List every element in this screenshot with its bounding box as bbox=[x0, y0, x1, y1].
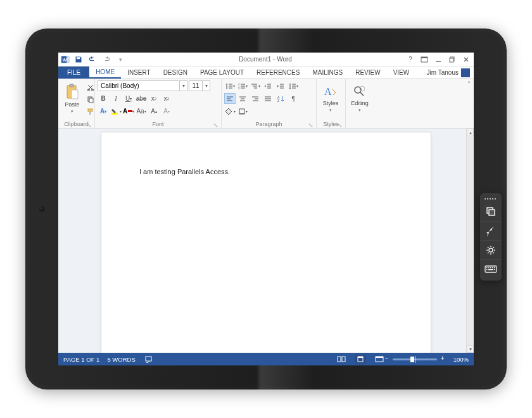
tab-view[interactable]: VIEW bbox=[387, 66, 416, 79]
settings-button[interactable] bbox=[480, 240, 502, 259]
font-size-combo[interactable]: ▾ bbox=[189, 80, 210, 91]
shading-button[interactable]: ▾ bbox=[224, 106, 236, 117]
help-button[interactable]: ? bbox=[405, 55, 415, 64]
highlight-button[interactable]: ▾ bbox=[110, 106, 122, 117]
superscript-button[interactable]: x2 bbox=[161, 93, 172, 104]
bold-button[interactable]: B bbox=[98, 93, 109, 104]
keyboard-button[interactable] bbox=[480, 259, 502, 278]
subscript-button[interactable]: x2 bbox=[148, 93, 160, 104]
chevron-down-icon[interactable]: ▾ bbox=[179, 81, 187, 91]
increase-indent-button[interactable] bbox=[275, 80, 286, 91]
svg-rect-7 bbox=[450, 58, 453, 62]
collapse-ribbon-icon[interactable]: ˄ bbox=[464, 79, 474, 128]
svg-rect-34 bbox=[267, 84, 271, 84]
svg-rect-76 bbox=[490, 267, 491, 269]
numbering-button[interactable]: 123▾ bbox=[237, 80, 248, 91]
styles-launcher-icon[interactable]: ⤡ bbox=[338, 122, 343, 127]
zoom-level[interactable]: 100% bbox=[453, 356, 469, 363]
svg-rect-30 bbox=[241, 87, 245, 88]
vertical-scrollbar[interactable]: ▴ ▾ bbox=[466, 129, 474, 353]
group-clipboard: Paste ▾ Clipboard⤡ bbox=[58, 79, 95, 128]
app-switcher-button[interactable] bbox=[480, 202, 502, 221]
print-layout-button[interactable] bbox=[355, 355, 366, 364]
align-left-button[interactable] bbox=[224, 93, 236, 104]
justify-button[interactable] bbox=[262, 93, 274, 104]
paste-button[interactable]: Paste ▾ bbox=[61, 80, 84, 117]
tab-insert[interactable]: INSERT bbox=[121, 66, 157, 79]
clipboard-launcher-icon[interactable]: ⤡ bbox=[87, 122, 92, 127]
scroll-down-icon[interactable]: ▾ bbox=[467, 345, 474, 353]
change-case-button[interactable]: Aa▾ bbox=[136, 106, 147, 117]
multilevel-list-button[interactable]: ▾ bbox=[250, 80, 261, 91]
svg-rect-42 bbox=[292, 87, 296, 88]
svg-rect-57 bbox=[239, 109, 244, 114]
tab-home[interactable]: HOME bbox=[89, 66, 121, 79]
bullets-button[interactable]: ▾ bbox=[224, 80, 236, 91]
paragraph-launcher-icon[interactable]: ⤡ bbox=[308, 122, 314, 127]
italic-button[interactable]: I bbox=[110, 93, 122, 104]
chevron-down-icon[interactable]: ▾ bbox=[202, 81, 210, 91]
show-marks-button[interactable]: ¶ bbox=[288, 93, 299, 104]
tab-review[interactable]: REVIEW bbox=[349, 66, 386, 79]
svg-rect-43 bbox=[227, 96, 233, 97]
svg-rect-2 bbox=[67, 56, 70, 62]
sort-button[interactable]: AZ bbox=[275, 93, 286, 104]
svg-rect-16 bbox=[89, 111, 91, 115]
tab-file[interactable]: FILE bbox=[58, 66, 89, 79]
strikethrough-button[interactable]: abe bbox=[136, 93, 147, 104]
parallels-toolbar[interactable] bbox=[480, 193, 502, 281]
web-layout-button[interactable] bbox=[374, 355, 385, 364]
svg-point-23 bbox=[226, 87, 227, 89]
underline-button[interactable]: U ▾ bbox=[123, 93, 134, 104]
minimize-button[interactable] bbox=[433, 55, 443, 64]
tab-design[interactable]: DESIGN bbox=[157, 66, 194, 79]
undo-button[interactable] bbox=[87, 54, 98, 65]
font-launcher-icon[interactable]: ⤡ bbox=[213, 122, 218, 127]
tab-references[interactable]: REFERENCES bbox=[250, 66, 306, 79]
status-words[interactable]: 5 WORDS bbox=[107, 356, 135, 363]
status-page[interactable]: PAGE 1 OF 1 bbox=[63, 356, 99, 363]
styles-button[interactable]: A Styles ▾ bbox=[319, 80, 342, 117]
decrease-indent-button[interactable] bbox=[262, 80, 274, 91]
font-name-combo[interactable]: ▾ bbox=[98, 80, 187, 91]
tab-page-layout[interactable]: PAGE LAYOUT bbox=[194, 66, 250, 79]
read-mode-button[interactable] bbox=[336, 355, 347, 364]
svg-rect-36 bbox=[267, 87, 271, 88]
close-button[interactable] bbox=[461, 55, 471, 64]
svg-text:W: W bbox=[63, 57, 67, 61]
shrink-font-button[interactable]: A▾ bbox=[161, 106, 172, 117]
svg-rect-50 bbox=[255, 98, 258, 99]
qat-customize-icon[interactable]: ▾ bbox=[115, 54, 125, 65]
svg-rect-51 bbox=[253, 100, 258, 101]
tab-mailings[interactable]: MAILINGS bbox=[306, 66, 349, 79]
ribbon-display-options-button[interactable] bbox=[419, 55, 429, 64]
font-size-input[interactable] bbox=[189, 81, 202, 91]
svg-rect-79 bbox=[486, 269, 488, 270]
document-text[interactable]: I am testing Parallels Access. bbox=[139, 168, 393, 175]
save-button[interactable] bbox=[73, 54, 84, 65]
window-title: Document1 - Word bbox=[125, 56, 405, 63]
text-effects-button[interactable]: A▾ bbox=[98, 106, 109, 117]
redo-button[interactable] bbox=[101, 54, 111, 65]
zoom-in-icon[interactable]: + bbox=[441, 355, 445, 362]
scroll-up-icon[interactable]: ▴ bbox=[467, 129, 474, 136]
svg-rect-58 bbox=[239, 113, 244, 114]
font-name-input[interactable] bbox=[98, 81, 179, 91]
group-font-label: Font bbox=[152, 121, 163, 127]
borders-button[interactable]: ▾ bbox=[237, 106, 248, 117]
svg-rect-9 bbox=[70, 84, 73, 87]
line-spacing-button[interactable]: ▾ bbox=[288, 80, 299, 91]
align-right-button[interactable] bbox=[250, 93, 261, 104]
zoom-slider[interactable]: − + bbox=[393, 358, 437, 360]
launcher-button[interactable] bbox=[480, 221, 502, 240]
document-page[interactable]: I am testing Parallels Access. bbox=[101, 132, 431, 353]
grow-font-button[interactable]: A▴ bbox=[148, 106, 160, 117]
editing-button[interactable]: Editing ▾ bbox=[348, 80, 371, 117]
align-center-button[interactable] bbox=[237, 93, 248, 104]
spellcheck-icon[interactable] bbox=[143, 355, 155, 364]
account-user[interactable]: Jim Tanous bbox=[423, 66, 474, 79]
drag-handle-icon[interactable] bbox=[480, 196, 502, 202]
restore-button[interactable] bbox=[447, 55, 457, 64]
font-color-button[interactable]: A▾ bbox=[123, 106, 134, 117]
zoom-out-icon[interactable]: − bbox=[385, 355, 389, 362]
